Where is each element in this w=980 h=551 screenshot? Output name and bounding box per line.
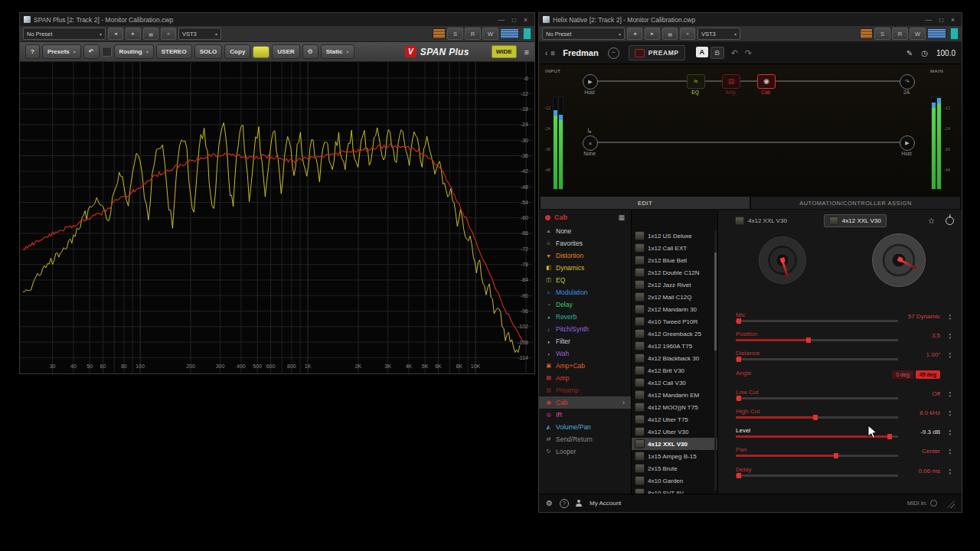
mode-button[interactable]: Static ▾ bbox=[321, 44, 354, 59]
path1-input-node[interactable]: ▶ bbox=[583, 74, 598, 90]
act-learn-button[interactable] bbox=[433, 28, 446, 39]
solo-button[interactable]: SOLO bbox=[194, 44, 223, 59]
path1-output-node[interactable]: ↷ bbox=[900, 74, 915, 90]
eq-block[interactable]: ≈ bbox=[687, 74, 705, 89]
snapshot-a-button[interactable]: A bbox=[696, 47, 708, 57]
model-item-8x10-svt-av[interactable]: 8x10 SVT AV bbox=[632, 487, 717, 494]
category-item-looper[interactable]: ↻Looper bbox=[539, 445, 631, 458]
prev-preset-button[interactable]: ◄ bbox=[108, 28, 123, 40]
model-item-4x12-blackback-30[interactable]: 4x12 Blackback 30 bbox=[632, 352, 717, 364]
param-slider[interactable] bbox=[736, 474, 898, 477]
stereo-button[interactable]: STEREO bbox=[156, 44, 192, 59]
param-steppers[interactable]: ▴▾ bbox=[949, 468, 951, 475]
close-button[interactable]: × bbox=[951, 16, 955, 24]
vst-ui-button[interactable] bbox=[500, 28, 519, 39]
ab-compare-toggle[interactable] bbox=[102, 47, 112, 57]
category-item-amp-cab[interactable]: ▣Amp+Cab bbox=[539, 360, 631, 372]
model-item-4x10-tweed-p10r[interactable]: 4x10 Tweed P10R bbox=[632, 315, 717, 328]
category-item-ir[interactable]: ◎IR bbox=[539, 409, 631, 421]
settings-gear-icon[interactable]: ⚙ bbox=[302, 44, 318, 59]
vst-ui-button[interactable] bbox=[927, 28, 946, 39]
path2-output-node[interactable]: ▶ bbox=[900, 135, 915, 151]
model-scrollbar[interactable] bbox=[714, 231, 717, 491]
category-item-amp[interactable]: ▤Amp bbox=[539, 372, 631, 384]
category-item-filter[interactable]: ◗Filter bbox=[539, 335, 631, 347]
minimize-button[interactable]: — bbox=[498, 16, 505, 24]
param-slider[interactable] bbox=[736, 397, 898, 399]
next-preset-button[interactable]: ► bbox=[645, 28, 660, 40]
param-value[interactable]: -9.3 dB bbox=[920, 429, 940, 435]
param-steppers[interactable]: ▴▾ bbox=[949, 409, 951, 417]
compare-icon[interactable]: − bbox=[608, 47, 619, 59]
preset-name[interactable]: Fredman bbox=[563, 48, 598, 57]
maximize-button[interactable]: □ bbox=[512, 16, 516, 24]
param-steppers[interactable]: ▴▾ bbox=[949, 313, 951, 321]
model-item-4x12-1960a-t75[interactable]: 4x12 1960A T75 bbox=[632, 340, 717, 352]
category-item-distortion[interactable]: ▼Distortion bbox=[539, 249, 631, 262]
model-item-2x12-mandarin-30[interactable]: 2x12 Mandarin 30 bbox=[632, 303, 717, 315]
plugin-format-dropdown[interactable]: VST3 ▾ bbox=[697, 28, 740, 40]
settings-gear-icon[interactable]: ⚙ bbox=[546, 499, 553, 507]
solo-toggle[interactable]: S bbox=[874, 28, 890, 40]
category-item-favorites[interactable]: ☆Favorites bbox=[539, 237, 631, 249]
minimize-button[interactable]: — bbox=[925, 16, 932, 24]
preset-dropdown[interactable]: No Preset ▾ bbox=[23, 28, 106, 40]
model-item-4x12-xxl-v30[interactable]: 4x12 XXL V30 bbox=[632, 438, 717, 450]
param-value[interactable]: 8.0 kHz bbox=[920, 409, 940, 416]
category-item-preamp[interactable]: ▥Preamp bbox=[539, 384, 631, 396]
tab-automation-controller-assign[interactable]: AUTOMATION/CONTROLLER ASSIGN bbox=[751, 197, 960, 209]
speaker-graphic-left[interactable] bbox=[759, 236, 806, 284]
speaker-graphic-right[interactable] bbox=[872, 233, 926, 287]
snapshot-b-button[interactable]: B bbox=[710, 47, 724, 59]
spectrum-display[interactable]: -6-12-18-24-30-36-42-48-54-60-66-72-78-8… bbox=[20, 62, 534, 373]
tempo-value[interactable]: 100.0 bbox=[936, 49, 956, 57]
param-slider[interactable] bbox=[736, 416, 898, 419]
angle-option-45-deg[interactable]: 45 deg bbox=[916, 370, 940, 379]
save-preset-button[interactable]: ▤ bbox=[143, 28, 158, 40]
preset-nav-back-icon[interactable]: ‹ bbox=[545, 49, 547, 57]
model-item-2x12-blue-bell[interactable]: 2x12 Blue Bell bbox=[632, 254, 717, 266]
model-item-2x12-jazz-rivet[interactable]: 2x12 Jazz Rivet bbox=[632, 279, 717, 291]
category-item-volume-pan[interactable]: ◭Volume/Pan bbox=[539, 421, 631, 433]
span-titlebar[interactable]: SPAN Plus [2: Track 2] - Monitor Calibra… bbox=[20, 13, 534, 26]
preset-dropdown[interactable]: No Preset ▾ bbox=[542, 28, 625, 40]
selected-block-badge[interactable]: PREAMP bbox=[629, 45, 685, 60]
undo-icon[interactable]: ↶ bbox=[731, 48, 738, 58]
category-item-delay[interactable]: ◔Delay bbox=[539, 298, 631, 311]
prev-preset-button[interactable]: ◄ bbox=[627, 28, 642, 40]
param-value[interactable]: 0.06 ms bbox=[919, 468, 940, 474]
next-preset-button[interactable]: ► bbox=[126, 28, 141, 40]
save-preset-button[interactable]: ▤ bbox=[662, 28, 678, 40]
model-item-4x12-mandarin-em[interactable]: 4x12 Mandarin EM bbox=[632, 389, 717, 401]
model-item-2x15-brute[interactable]: 2x15 Brute bbox=[632, 462, 717, 474]
presets-button[interactable]: Presets ▾ bbox=[42, 44, 81, 59]
tempo-clock-icon[interactable]: ◷ bbox=[921, 49, 928, 57]
param-slider[interactable] bbox=[736, 339, 898, 341]
model-item-1x12-cali-ext[interactable]: 1x12 Cali EXT bbox=[632, 242, 717, 254]
param-slider[interactable] bbox=[736, 320, 898, 322]
helix-titlebar[interactable]: Helix Native [2: Track 2] - Monitor Cali… bbox=[539, 13, 962, 26]
param-value[interactable]: 3.5 bbox=[932, 332, 940, 339]
category-item-wah[interactable]: ◖Wah bbox=[539, 347, 631, 360]
param-value[interactable]: Off bbox=[932, 390, 940, 397]
copy-button[interactable]: Copy bbox=[224, 44, 250, 59]
help-button[interactable]: ? bbox=[25, 44, 40, 59]
model-item-4x12-cali-v30[interactable]: 4x12 Cali V30 bbox=[632, 377, 717, 389]
write-automation-toggle[interactable]: W bbox=[482, 28, 498, 40]
preset-list-icon[interactable]: ≡ bbox=[550, 49, 555, 57]
close-button[interactable]: × bbox=[524, 16, 528, 24]
category-item-none[interactable]: ×None bbox=[539, 225, 631, 237]
category-item-reverb[interactable]: ◕Reverb bbox=[539, 311, 631, 323]
category-item-pitch-synth[interactable]: ♪Pitch/Synth bbox=[539, 323, 631, 335]
amp-block[interactable]: ▤ bbox=[722, 74, 740, 89]
read-automation-toggle[interactable]: R bbox=[892, 28, 908, 40]
model-item-4x12-brit-v30[interactable]: 4x12 Brit V30 bbox=[632, 364, 717, 377]
delete-preset-button[interactable]: × bbox=[680, 28, 695, 40]
power-icon[interactable] bbox=[946, 217, 954, 225]
redo-icon[interactable]: ↷ bbox=[745, 48, 752, 58]
param-value[interactable]: 1.00" bbox=[926, 351, 940, 358]
param-steppers[interactable]: ▴▾ bbox=[949, 448, 951, 455]
category-item-dynamics[interactable]: ◧Dynamics bbox=[539, 262, 631, 274]
param-steppers[interactable]: ▴▾ bbox=[949, 429, 951, 436]
tab-edit[interactable]: EDIT bbox=[541, 197, 750, 209]
